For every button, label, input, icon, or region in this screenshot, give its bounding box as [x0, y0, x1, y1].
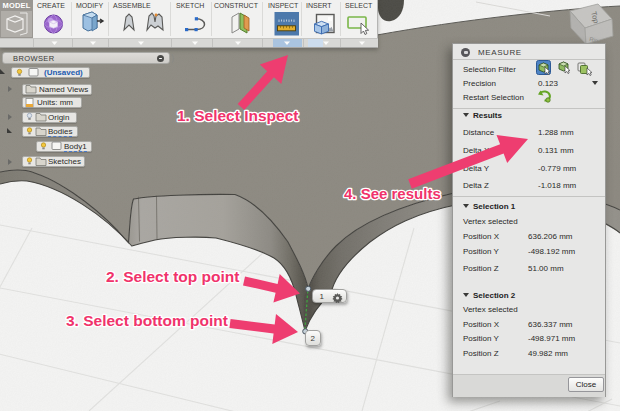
svg-text:1. Select Inspect: 1. Select Inspect	[177, 107, 298, 124]
svg-text:2. Select top point: 2. Select top point	[106, 268, 239, 285]
svg-text:3. Select bottom point: 3. Select bottom point	[66, 312, 228, 329]
svg-text:4. See results: 4. See results	[344, 185, 441, 202]
